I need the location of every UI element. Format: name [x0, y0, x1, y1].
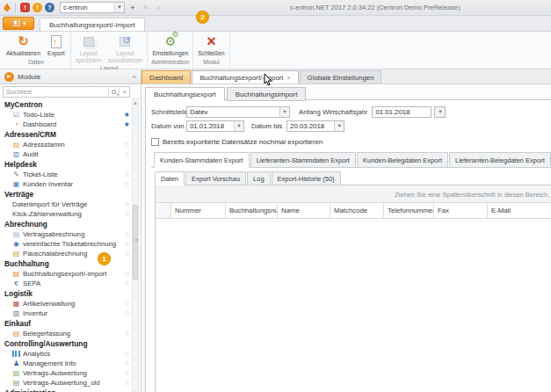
tab-export-vorschau[interactable]: Export Vorschau [185, 171, 246, 185]
title-bar: ! ! ? c-entron ▼ + ✎ × c-entron.NET 2017… [0, 0, 551, 16]
sidebar-item-audit[interactable]: ▥ Audit ☆ [0, 149, 141, 159]
chevron-down-icon[interactable]: ▼ [279, 107, 289, 117]
datum-bis-field[interactable]: 20.03.2018 ▼ [286, 120, 344, 132]
export-button[interactable]: Export [45, 33, 68, 58]
tab-buchhaltungsexport[interactable]: Buchhaltungsexport [145, 87, 225, 101]
form-row-datum: Datum von 01.01.2018 ▼ Datum bis 20.03.2… [151, 120, 551, 133]
reexport-checkbox[interactable] [151, 138, 159, 146]
tab-export-historie[interactable]: Export-Historie (50) [272, 171, 341, 185]
alert-icon[interactable]: ! [33, 3, 42, 12]
export-icon [51, 33, 62, 49]
sidebar-item-kunden-inventar[interactable]: ▣ Kunden Inventar ☆ [0, 179, 141, 189]
favorite-star-icon[interactable]: ☆ [124, 211, 130, 218]
application-menu-button[interactable]: ▼ [3, 17, 34, 30]
sidebar-scrollbar[interactable]: ▲ [132, 98, 139, 392]
column-header-nummer[interactable]: Nummer [171, 203, 226, 218]
sidebar-item-vertrags-auswertung[interactable]: ▤ Vertrags-Auswertung ☆ [0, 368, 141, 378]
sidebar-item-artikelverwaltung[interactable]: ▦ Artikelverwaltung ☆ [0, 299, 141, 309]
column-header-name[interactable]: Name [278, 203, 330, 218]
close-tab-icon[interactable]: × [287, 75, 291, 81]
sidebar-item-ticket-liste[interactable]: ✎ Ticket-Liste ☆ [0, 170, 141, 179]
section-controlling-auswertung: Controlling/Auswertung [0, 338, 141, 349]
group-by-panel[interactable]: Ziehen Sie eine Spaltenüberschrift in di… [156, 185, 551, 203]
tab-daten[interactable]: Daten [155, 171, 185, 185]
collapse-panel-icon[interactable]: « [133, 73, 136, 81]
close-module-button[interactable]: × Schließen [196, 33, 226, 58]
workspace-combo[interactable]: c-entron ▼ [60, 2, 125, 13]
datum-von-field[interactable]: 01.01.2018 ▼ [186, 120, 244, 132]
module-panel-header[interactable]: Module « [0, 69, 141, 83]
column-header-matchcode[interactable]: Matchcode [330, 203, 384, 218]
sidebar-item-vertrags-auswertung-old[interactable]: ▤ Vertrags-Auswertung_old ☆ [0, 378, 141, 388]
anfang-dropdown-button[interactable]: ▼ [434, 106, 446, 118]
favorite-star-icon[interactable]: ★ [124, 112, 130, 119]
tab-globale-einstellungen[interactable]: Globale Einstellungen [300, 70, 382, 83]
tab-kunden-stammdaten-export[interactable]: Kunden-Stammdaten Export [154, 152, 250, 168]
settings-button[interactable]: ⚙ Einstellungen [150, 33, 190, 58]
favorite-star-icon[interactable]: ☆ [124, 151, 130, 158]
sidebar-item-todo-liste[interactable]: ☑ Todo-Liste ★ [0, 110, 141, 120]
bar-chart-icon [12, 351, 20, 357]
tab-kunden-belegdaten-export[interactable]: Kunden-Belegdaten Export [357, 152, 448, 168]
sidebar-item-inventur[interactable]: ▥ Inventur ☆ [0, 309, 141, 318]
sidebar-item-vereinfachte-ticketabrechnung[interactable]: ◉ vereinfachte Ticketabrechnung ☆ [0, 239, 141, 249]
favorite-star-icon[interactable]: ☆ [124, 360, 130, 367]
sidebar-item-dashboard[interactable]: ◔ Dashboard ★ [0, 120, 141, 129]
favorite-star-icon[interactable]: ☆ [124, 181, 130, 188]
section-vertraege: Verträge [0, 189, 141, 200]
favorite-star-icon[interactable]: ☆ [124, 310, 130, 317]
favorite-star-icon[interactable]: ☆ [124, 280, 130, 287]
sidebar-item-belegerfassung[interactable]: ▤ Belegerfassung ☆ [0, 329, 141, 338]
clear-search-icon[interactable]: × [119, 87, 129, 97]
favorite-star-icon[interactable]: ☆ [124, 241, 130, 248]
sidebar-item-klick-zaehlerverwaltung[interactable]: Klick-Zählerverwaltung ☆ [0, 209, 141, 219]
column-header-fax[interactable]: Fax [434, 203, 488, 218]
help-icon[interactable]: ? [45, 3, 54, 12]
favorite-star-icon[interactable]: ☆ [124, 250, 130, 258]
search-icon[interactable] [108, 87, 119, 97]
sidebar-item-datenimport-vertraege[interactable]: Datenimport für Verträge ☆ [0, 200, 141, 209]
sidebar-item-buchhaltungsexport-import[interactable]: ▤ Buchhaltungsexport/-import ☆ [0, 269, 141, 279]
tab-buchhaltungsimport[interactable]: Buchhaltungsimport [227, 87, 307, 101]
favorite-star-icon[interactable]: ★ [124, 121, 130, 128]
sidebar-item-analytics[interactable]: Analytics ☆ [0, 349, 141, 359]
favorite-star-icon[interactable]: ☆ [124, 380, 130, 387]
favorite-star-icon[interactable]: ☆ [124, 330, 130, 338]
favorite-star-icon[interactable]: ☆ [124, 351, 130, 358]
schnittstelle-select[interactable]: Datev ▼ [186, 106, 290, 118]
add-workspace-button[interactable]: + [127, 3, 138, 13]
favorite-star-icon[interactable]: ☆ [124, 301, 130, 308]
chevron-down-icon[interactable]: ▼ [114, 3, 124, 12]
favorite-star-icon[interactable]: ☆ [124, 370, 130, 377]
column-header-buchhaltungsnummer[interactable]: Buchhaltungsnum... [226, 203, 278, 218]
column-header-email[interactable]: E-Mail [488, 203, 551, 218]
tab-lieferanten-stammdaten-export[interactable]: Lieferanten-Stammdaten Export [250, 152, 356, 168]
sidebar-item-sepa[interactable]: € SEPA ☆ [0, 279, 141, 288]
window-title: c-entron.NET 2017 2.0.34.22 (Centron Dem… [290, 4, 460, 11]
favorite-star-icon[interactable]: ☆ [124, 142, 130, 149]
scrollbar-thumb[interactable] [133, 205, 138, 279]
favorite-star-icon[interactable]: ☆ [124, 171, 130, 178]
layout-save-button: Layout speichern [74, 33, 103, 65]
tab-buchhaltungsexport-import[interactable]: Buchhaltungsexport/-import × [192, 70, 298, 83]
chevron-down-icon[interactable]: ▼ [334, 121, 344, 131]
tab-lieferanten-belegdaten-export[interactable]: Lieferanten-Belegdaten Export [449, 152, 551, 168]
sidebar-search[interactable]: Suchtext × [3, 86, 130, 98]
messages-icon[interactable]: ! [20, 3, 30, 12]
favorite-star-icon[interactable]: ☆ [124, 271, 130, 278]
favorite-star-icon[interactable]: ☆ [124, 201, 130, 208]
sidebar-item-vertragsabrechnung[interactable]: ▤ Vertragsabrechnung ☆ [0, 229, 141, 239]
sidebar-item-adressstamm[interactable]: ▤ Adressstamm ☆ [0, 140, 141, 149]
column-header-telefonnummer[interactable]: Telefonnummer [384, 203, 434, 218]
refresh-button[interactable]: ↻ Aktualisieren [4, 33, 42, 58]
scroll-up-icon[interactable]: ▲ [133, 99, 138, 106]
ribbon-tab-active[interactable]: Buchhaltungsexport/-import [40, 18, 145, 31]
item-label: Ticket-Liste [23, 171, 121, 178]
sidebar-item-management-info[interactable]: ♟ Management Info ☆ [0, 359, 141, 368]
tab-log[interactable]: Log [247, 171, 271, 185]
favorite-star-icon[interactable]: ☆ [124, 231, 130, 238]
tab-dashboard[interactable]: Dashboard [141, 70, 191, 83]
anfang-wirtschaftsjahr-field[interactable]: 01.01.2018 [372, 106, 431, 118]
chevron-down-icon[interactable]: ▼ [234, 121, 243, 131]
sidebar-item-pauschalabrechnung[interactable]: ▤ Pauschalabrechnung ☆ [0, 249, 141, 258]
